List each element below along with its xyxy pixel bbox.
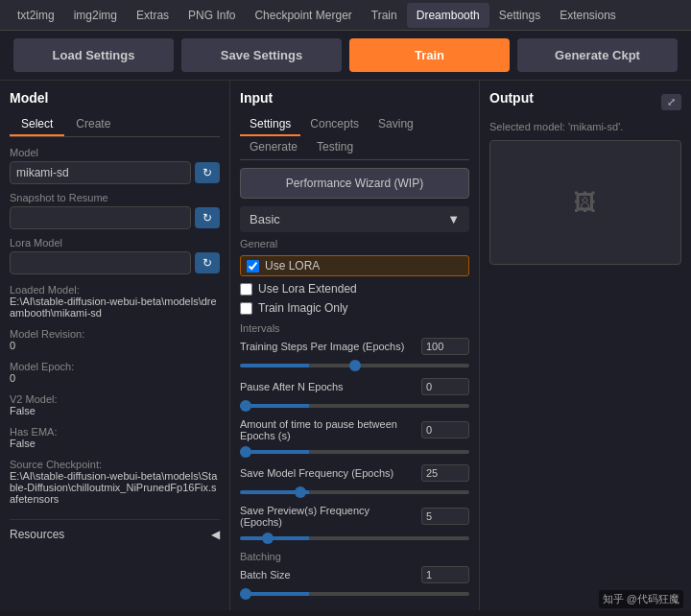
input-tab-concepts[interactable]: Concepts xyxy=(300,113,369,136)
watermark: 知乎 @代码狂魔 xyxy=(599,590,683,608)
input-tab-generate[interactable]: Generate xyxy=(240,136,307,159)
model-field-label: Model xyxy=(10,147,220,158)
intervals-label: Intervals xyxy=(240,322,469,334)
use-lora-extended-row: Use Lora Extended xyxy=(240,282,469,296)
pause-epochs-slider-container xyxy=(240,397,469,411)
model-epoch-value: 0 xyxy=(10,372,220,384)
batch-size-label: Batch Size xyxy=(240,569,414,580)
main-layout: Model Select Create Model mikami-sd ↻ Sn… xyxy=(0,81,691,610)
load-settings-button[interactable]: Load Settings xyxy=(13,38,174,72)
training-steps-label: Training Steps Per Image (Epochs) xyxy=(240,341,414,352)
v2-model-label: V2 Model: xyxy=(10,393,220,405)
output-expand-button[interactable]: ⤢ xyxy=(661,94,681,110)
has-ema-value: False xyxy=(10,438,220,449)
pause-time-label: Amount of time to pause between Epochs (… xyxy=(240,418,414,441)
pause-epochs-row: Pause After N Epochs xyxy=(240,378,469,395)
v2-model-value: False xyxy=(10,405,220,416)
batch-size-row: Batch Size xyxy=(240,566,469,583)
nav-pnginfo[interactable]: PNG Info xyxy=(179,3,245,28)
input-panel-title: Input xyxy=(240,90,469,106)
train-button[interactable]: Train xyxy=(349,38,510,72)
source-checkpoint-label: Source Checkpoint: xyxy=(10,459,220,470)
batching-label: Batching xyxy=(240,551,469,562)
nav-settings[interactable]: Settings xyxy=(489,3,550,28)
model-tab-select[interactable]: Select xyxy=(10,113,64,136)
output-panel: Output ⤢ Selected model: 'mikami-sd'. 🖼 xyxy=(480,81,691,610)
model-tab-create[interactable]: Create xyxy=(64,113,122,136)
output-panel-title: Output xyxy=(489,90,534,106)
top-navigation: txt2img img2img Extras PNG Info Checkpoi… xyxy=(0,0,691,31)
training-steps-slider[interactable] xyxy=(240,364,469,367)
snapshot-refresh-button[interactable]: ↻ xyxy=(195,207,220,228)
train-imagic-label: Train Imagic Only xyxy=(258,301,348,315)
training-steps-input[interactable] xyxy=(421,338,469,355)
resources-row[interactable]: Resources ◀ xyxy=(10,519,220,541)
use-lora-extended-label: Use Lora Extended xyxy=(258,282,357,296)
lora-field-label: Lora Model xyxy=(10,237,220,249)
loaded-model-value: E:\AI\stable-diffusion-webui-beta\models… xyxy=(10,296,220,319)
loaded-model-label: Loaded Model: xyxy=(10,284,220,296)
model-panel: Model Select Create Model mikami-sd ↻ Sn… xyxy=(0,81,230,610)
nav-checkpoint-merger[interactable]: Checkpoint Merger xyxy=(245,3,361,28)
pause-epochs-label: Pause After N Epochs xyxy=(240,381,414,392)
basic-section-arrow-icon: ▼ xyxy=(447,212,460,226)
resources-label: Resources xyxy=(10,528,64,541)
pause-time-slider[interactable] xyxy=(240,450,469,454)
basic-section-header[interactable]: Basic ▼ xyxy=(240,206,469,232)
main-toolbar: Load Settings Save Settings Train Genera… xyxy=(0,31,691,81)
model-revision-label: Model Revision: xyxy=(10,328,220,340)
save-model-slider-container xyxy=(240,484,469,497)
nav-dreambooth[interactable]: Dreambooth xyxy=(407,3,489,28)
input-tab-settings[interactable]: Settings xyxy=(240,113,300,136)
model-revision-value: 0 xyxy=(10,340,220,351)
snapshot-select[interactable] xyxy=(10,206,191,229)
save-preview-slider[interactable] xyxy=(240,536,469,540)
save-model-row: Save Model Frequency (Epochs) xyxy=(240,464,469,482)
train-imagic-checkbox[interactable] xyxy=(240,302,252,315)
use-lora-label: Use LORA xyxy=(265,259,320,272)
save-model-label: Save Model Frequency (Epochs) xyxy=(240,467,414,479)
model-select[interactable]: mikami-sd xyxy=(10,161,191,184)
model-epoch-label: Model Epoch: xyxy=(10,361,220,372)
pause-time-slider-container xyxy=(240,443,469,457)
model-refresh-button[interactable]: ↻ xyxy=(195,162,220,183)
save-preview-label: Save Preview(s) Frequency (Epochs) xyxy=(240,505,414,528)
training-steps-row: Training Steps Per Image (Epochs) xyxy=(240,338,469,355)
model-tab-row: Select Create xyxy=(10,113,220,137)
save-settings-button[interactable]: Save Settings xyxy=(181,38,342,72)
batch-size-input[interactable] xyxy=(421,566,469,583)
nav-img2img[interactable]: img2img xyxy=(64,3,127,28)
pause-time-row: Amount of time to pause between Epochs (… xyxy=(240,418,469,441)
image-placeholder-icon: 🖼 xyxy=(574,189,597,216)
pause-epochs-slider[interactable] xyxy=(240,404,469,408)
input-tab-testing[interactable]: Testing xyxy=(307,136,363,159)
lora-refresh-button[interactable]: ↻ xyxy=(195,252,220,273)
lora-select-row: ↻ xyxy=(10,251,220,274)
basic-section-label: Basic xyxy=(250,212,280,226)
snapshot-select-row: ↻ xyxy=(10,206,220,229)
output-preview-area: 🖼 xyxy=(489,140,681,265)
pause-time-input[interactable] xyxy=(421,421,469,438)
pause-epochs-input[interactable] xyxy=(421,378,469,395)
input-tab-row: Settings Concepts Saving Generate Testin… xyxy=(240,113,469,160)
save-model-slider[interactable] xyxy=(240,490,469,494)
batch-size-slider[interactable] xyxy=(240,592,469,596)
use-lora-checkbox[interactable] xyxy=(247,260,259,272)
nav-extensions[interactable]: Extensions xyxy=(550,3,626,28)
save-model-input[interactable] xyxy=(421,464,469,482)
lora-select[interactable] xyxy=(10,251,191,274)
model-panel-title: Model xyxy=(10,90,220,106)
use-lora-row: Use LORA xyxy=(240,255,469,276)
save-preview-slider-container xyxy=(240,530,469,543)
performance-wizard-button[interactable]: Performance Wizard (WIP) xyxy=(240,168,469,199)
generate-ckpt-button[interactable]: Generate Ckpt xyxy=(517,38,678,72)
nav-train[interactable]: Train xyxy=(362,3,407,28)
save-preview-row: Save Preview(s) Frequency (Epochs) xyxy=(240,505,469,528)
save-preview-input[interactable] xyxy=(421,508,469,525)
model-select-row: mikami-sd ↻ xyxy=(10,161,220,184)
input-tab-saving[interactable]: Saving xyxy=(369,113,423,136)
nav-extras[interactable]: Extras xyxy=(127,3,179,28)
has-ema-label: Has EMA: xyxy=(10,426,220,438)
use-lora-extended-checkbox[interactable] xyxy=(240,283,252,296)
nav-txt2img[interactable]: txt2img xyxy=(8,3,64,28)
